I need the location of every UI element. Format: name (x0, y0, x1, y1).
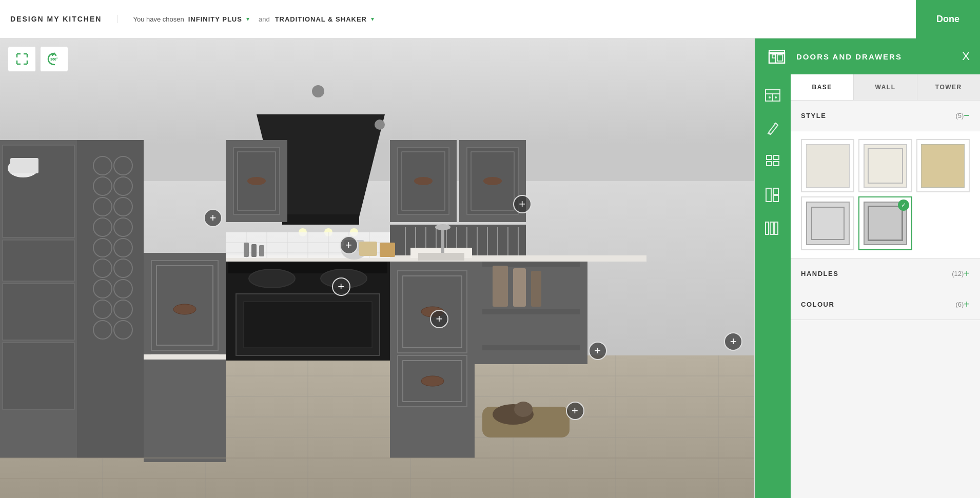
svg-rect-152 (767, 155, 772, 160)
choice1-dropdown-icon[interactable]: ▾ (246, 15, 249, 23)
svg-rect-101 (513, 268, 526, 307)
plus-button-8[interactable]: + (566, 402, 584, 420)
style-label: STYLE (801, 112, 953, 119)
chosen-section: You have chosen INFINITY PLUS ▾ and TRAD… (117, 15, 941, 23)
panel-title: DOORS AND DRAWERS (796, 52, 962, 61)
svg-rect-125 (251, 244, 257, 257)
svg-rect-87 (144, 354, 226, 360)
svg-rect-88 (144, 360, 226, 462)
style-count: (5) (955, 112, 964, 119)
svg-rect-161 (775, 222, 778, 234)
icon-strip-panels[interactable] (757, 213, 788, 244)
svg-rect-21 (10, 158, 38, 173)
style-item-4[interactable] (801, 196, 854, 250)
cabinet-tabs: BASE WALL TOWER (791, 74, 980, 101)
kitchen-illustration (0, 38, 754, 498)
selected-checkmark: ✓ (898, 200, 909, 211)
colour-count: (6) (955, 301, 964, 308)
view-controls: 360° (8, 46, 68, 72)
colour-section-header[interactable]: COLOUR (6) + (791, 289, 980, 320)
icon-strip-colour[interactable] (757, 113, 788, 144)
right-panel: DOORS AND DRAWERS X (754, 38, 980, 498)
svg-rect-158 (773, 195, 778, 202)
style-toggle-icon[interactable]: − (964, 110, 970, 122)
plus-button-5[interactable]: + (430, 310, 448, 328)
svg-rect-126 (259, 245, 264, 256)
svg-point-95 (421, 376, 444, 386)
icon-strip-pattern[interactable] (757, 180, 788, 210)
colour-toggle-icon[interactable]: + (964, 298, 970, 310)
icon-strip (755, 74, 791, 498)
handles-label: HANDLES (801, 270, 950, 277)
style-item-5[interactable]: ✓ (858, 196, 912, 250)
brand-title: DESIGN MY KITCHEN (10, 15, 117, 23)
kitchen-view: 360° + + + + + + + + (0, 38, 754, 498)
svg-rect-99 (482, 345, 580, 350)
icon-strip-tiles[interactable] (757, 146, 788, 177)
tab-wall[interactable]: WALL (854, 74, 917, 100)
done-button[interactable]: Done (916, 0, 980, 38)
svg-rect-17 (3, 240, 74, 281)
svg-rect-154 (767, 162, 772, 166)
svg-rect-102 (531, 271, 541, 307)
choice2-label: TRADITIONAL & SHAKER (275, 15, 367, 23)
svg-rect-84 (244, 302, 372, 348)
svg-rect-18 (3, 284, 74, 340)
style-section-header[interactable]: STYLE (5) − (791, 101, 980, 131)
svg-point-64 (483, 177, 502, 185)
svg-rect-156 (766, 188, 771, 202)
svg-point-60 (414, 177, 433, 185)
plus-button-4[interactable]: + (340, 236, 358, 254)
svg-rect-100 (493, 266, 508, 307)
style-item-1[interactable] (801, 139, 854, 192)
kitchen-svg (0, 38, 754, 498)
panel-header: DOORS AND DRAWERS X (755, 38, 980, 74)
colour-label: COLOUR (801, 301, 953, 308)
svg-rect-160 (770, 222, 773, 234)
plus-button-1[interactable]: + (204, 209, 222, 227)
tab-base[interactable]: BASE (791, 74, 854, 100)
style-item-2[interactable] (858, 139, 912, 192)
svg-rect-98 (482, 309, 580, 314)
panel-header-icon (765, 44, 789, 69)
svg-rect-122 (380, 243, 395, 257)
svg-point-127 (312, 85, 324, 97)
chosen-label: You have chosen (133, 15, 184, 23)
svg-rect-123 (359, 242, 377, 256)
choice2-dropdown-icon[interactable]: ▾ (371, 15, 374, 23)
plus-button-3[interactable]: + (513, 195, 532, 213)
plus-button-6[interactable]: + (589, 342, 607, 360)
svg-rect-144 (777, 55, 782, 61)
svg-rect-153 (774, 155, 779, 160)
svg-point-109 (435, 224, 450, 230)
app-header: DESIGN MY KITCHEN You have chosen INFINI… (0, 0, 980, 38)
svg-rect-49 (282, 214, 359, 225)
rotate-360-button[interactable]: 360° (40, 46, 68, 72)
tab-tower[interactable]: TOWER (917, 74, 980, 100)
svg-point-105 (514, 402, 533, 417)
icon-strip-cabinet[interactable] (757, 79, 788, 110)
svg-point-148 (769, 96, 771, 98)
plus-button-2[interactable]: + (332, 277, 350, 296)
handles-count: (12) (952, 270, 964, 277)
svg-point-149 (775, 96, 777, 98)
choice1-label: INFINITY PLUS (188, 15, 242, 23)
svg-point-46 (173, 304, 196, 314)
svg-rect-157 (773, 188, 778, 194)
svg-point-128 (375, 119, 385, 130)
svg-rect-124 (244, 243, 249, 257)
expand-button[interactable] (8, 46, 36, 72)
svg-rect-143 (772, 55, 775, 58)
svg-rect-159 (766, 222, 769, 234)
style-item-3[interactable] (916, 139, 970, 192)
svg-rect-107 (418, 253, 464, 261)
svg-rect-155 (774, 162, 779, 166)
panel-content: BASE WALL TOWER STYLE (5) − (791, 74, 980, 498)
main-content: 360° + + + + + + + + DOORS A (0, 38, 980, 498)
svg-rect-22 (77, 140, 144, 458)
svg-rect-19 (3, 343, 74, 409)
panel-close-button[interactable]: X (962, 50, 970, 63)
and-text: and (259, 15, 270, 23)
handles-section-header[interactable]: HANDLES (12) + (791, 258, 980, 289)
handles-toggle-icon[interactable]: + (964, 268, 970, 280)
